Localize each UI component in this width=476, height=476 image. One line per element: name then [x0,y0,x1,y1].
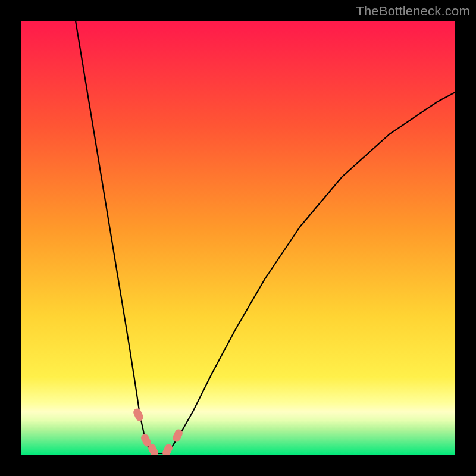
watermark-text: TheBottleneck.com [356,4,470,19]
plot-area [21,21,455,455]
bottleneck-curve [21,21,455,455]
